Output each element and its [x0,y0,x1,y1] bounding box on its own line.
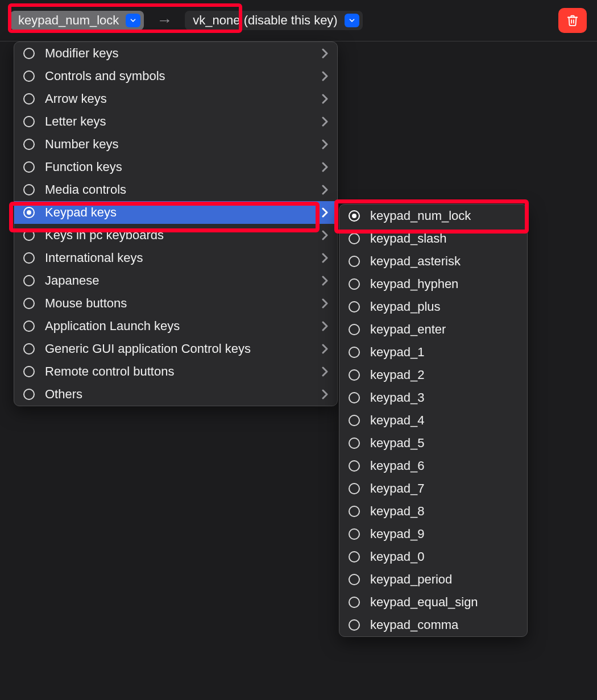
category-label: Application Launch keys [45,319,316,334]
delete-button[interactable] [558,8,587,33]
radio-icon [23,230,35,241]
category-label: Keys in pc keyboards [45,228,316,243]
radio-icon [23,48,35,59]
category-item[interactable]: Letter keys [14,110,337,133]
radio-icon [23,298,35,309]
category-item[interactable]: Controls and symbols [14,65,337,88]
submenu-label: keypad_hyphen [370,277,518,291]
submenu-label: keypad_enter [370,322,518,337]
category-item[interactable]: Arrow keys [14,88,337,110]
radio-icon [349,301,360,312]
mapping-toolbar: keypad_num_lock → vk_none (disable this … [0,0,597,41]
category-label: Number keys [45,137,316,152]
radio-icon [349,597,360,608]
radio-icon [349,528,360,540]
arrow-icon: → [156,11,172,30]
submenu-item[interactable]: keypad_comma [339,614,527,636]
submenu: keypad_num_lockkeypad_slashkeypad_asteri… [339,204,528,637]
from-key-dropdown[interactable]: keypad_num_lock [10,11,144,30]
radio-icon [23,275,35,286]
from-key-value: keypad_num_lock [18,13,119,28]
submenu-item[interactable]: keypad_6 [339,455,527,477]
category-item[interactable]: Function keys [14,156,337,178]
submenu-item[interactable]: keypad_9 [339,523,527,545]
category-label: Function keys [45,160,316,174]
category-label: Mouse buttons [45,296,316,311]
radio-icon [23,207,35,218]
radio-icon [349,347,360,358]
submenu-label: keypad_8 [370,504,518,519]
radio-icon [349,233,360,244]
category-label: Remote control buttons [45,364,316,379]
submenu-item[interactable]: keypad_0 [339,545,527,568]
radio-icon [23,161,35,173]
submenu-item[interactable]: keypad_1 [339,341,527,364]
submenu-item[interactable]: keypad_4 [339,409,527,432]
category-label: Generic GUI application Control keys [45,341,316,356]
category-item[interactable]: International keys [14,247,337,269]
submenu-item[interactable]: keypad_2 [339,364,527,386]
radio-icon [349,438,360,449]
radio-icon [23,343,35,355]
submenu-item[interactable]: keypad_num_lock [339,205,527,227]
submenu-label: keypad_2 [370,368,518,382]
submenu-item[interactable]: keypad_asterisk [339,250,527,273]
submenu-item[interactable]: keypad_7 [339,477,527,500]
submenu-label: keypad_6 [370,459,518,473]
category-item[interactable]: Generic GUI application Control keys [14,338,337,360]
submenu-item[interactable]: keypad_slash [339,227,527,250]
radio-icon [349,392,360,403]
to-key-dropdown[interactable]: vk_none (disable this key) [185,11,362,30]
submenu-item[interactable]: keypad_plus [339,295,527,318]
submenu-item[interactable]: keypad_8 [339,500,527,523]
submenu-item[interactable]: keypad_hyphen [339,273,527,295]
submenu-label: keypad_9 [370,527,518,541]
category-item[interactable]: Japanese [14,269,337,292]
submenu-label: keypad_4 [370,413,518,428]
category-label: Letter keys [45,114,316,129]
submenu-label: keypad_asterisk [370,254,518,269]
category-label: Others [45,387,316,402]
submenu-label: keypad_slash [370,231,518,246]
category-item[interactable]: Number keys [14,133,337,156]
category-item[interactable]: Others [14,383,337,406]
submenu-item[interactable]: keypad_enter [339,318,527,341]
radio-icon [23,366,35,377]
submenu-label: keypad_plus [370,299,518,314]
category-item[interactable]: Application Launch keys [14,315,337,338]
radio-icon [349,278,360,290]
category-label: International keys [45,251,316,265]
category-item[interactable]: Keypad keys [14,201,337,224]
radio-icon [349,506,360,517]
submenu-label: keypad_1 [370,345,518,360]
category-label: Japanese [45,273,316,288]
submenu-item[interactable]: keypad_5 [339,432,527,455]
submenu-label: keypad_num_lock [370,209,518,223]
radio-icon [23,116,35,127]
radio-icon [23,70,35,82]
submenu-label: keypad_3 [370,390,518,405]
submenu-item[interactable]: keypad_3 [339,386,527,409]
category-label: Controls and symbols [45,69,316,84]
radio-icon [349,483,360,494]
categories-menu: Modifier keysControls and symbolsArrow k… [14,41,338,406]
category-item[interactable]: Media controls [14,178,337,201]
radio-icon [349,574,360,585]
submenu-item[interactable]: keypad_period [339,568,527,591]
chevron-down-icon [345,14,359,27]
radio-icon [23,252,35,264]
category-item[interactable]: Mouse buttons [14,292,337,315]
radio-icon [349,324,360,335]
radio-icon [349,551,360,562]
category-item[interactable]: Remote control buttons [14,360,337,383]
category-label: Modifier keys [45,46,316,61]
category-label: Media controls [45,182,316,197]
radio-icon [349,256,360,267]
submenu-label: keypad_equal_sign [370,595,518,610]
submenu-item[interactable]: keypad_equal_sign [339,591,527,614]
category-item[interactable]: Keys in pc keyboards [14,224,337,247]
trash-icon [566,14,579,27]
submenu-label: keypad_5 [370,436,518,451]
radio-icon [23,139,35,150]
category-item[interactable]: Modifier keys [14,42,337,65]
